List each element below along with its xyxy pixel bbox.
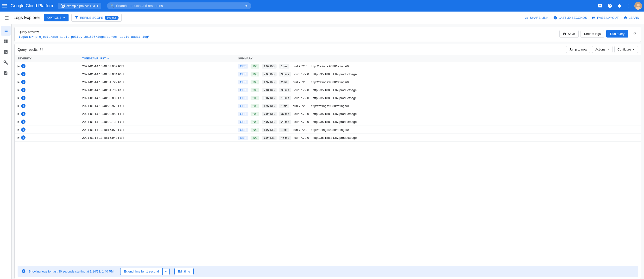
- table-row[interactable]: ▶ i 2021-01-14 13:40:29.952 PST GET 200 …: [15, 110, 641, 118]
- summary-cell: GET 200 1.97 KiB 1 ms curl 7.72.0 http:/…: [235, 126, 641, 134]
- actions-button[interactable]: Actions ▼: [592, 46, 612, 53]
- jump-to-now-button[interactable]: Jump to now: [566, 46, 590, 53]
- summary-cell: GET 200 7.04 KiB 35 ms curl 7.72.0 http:…: [235, 86, 641, 94]
- sidebar-toggle-button[interactable]: [2, 13, 12, 22]
- hamburger-menu-button[interactable]: [2, 3, 8, 9]
- svg-point-0: [62, 5, 64, 7]
- expand-row-icon[interactable]: ▶: [18, 120, 20, 124]
- save-label: Save: [568, 32, 575, 36]
- extend-time-button[interactable]: Extend time by: 1 second: [120, 268, 162, 275]
- summary-column-header[interactable]: SUMMARY: [235, 55, 641, 62]
- expand-row-icon[interactable]: ▶: [18, 96, 20, 100]
- sidebar-item-menu[interactable]: [1, 26, 10, 36]
- summary-cell: GET 200 1.97 KiB 1 ms curl 7.72.0 http:/…: [235, 102, 641, 110]
- query-preview-panel: Query preview logName="projects/asm-audi…: [14, 27, 641, 42]
- expand-row-icon[interactable]: ▶: [18, 80, 20, 84]
- expand-row-icon[interactable]: ▶: [18, 88, 20, 92]
- timestamp-cell: 2021-01-14 13:40:33.057 PST: [79, 62, 236, 70]
- summary-cell: GET 200 1.97 KiB 1 ms curl 7.72.0 http:/…: [235, 62, 641, 70]
- share-link-button[interactable]: SHARE LINK: [524, 14, 549, 21]
- expand-row-icon[interactable]: ▶: [18, 104, 20, 108]
- query-results-header: Query results Jump to now Actions ▼ Conf…: [15, 44, 641, 55]
- table-row[interactable]: ▶ i 2021-01-14 13:40:29.132 PST GET 200 …: [15, 118, 641, 126]
- table-row[interactable]: ▶ i 2021-01-14 13:40:30.832 PST GET 200 …: [15, 94, 641, 102]
- method-badge: GET: [238, 88, 248, 92]
- user-avatar[interactable]: [634, 2, 642, 10]
- timestamp-column-header[interactable]: TIMESTAMP PST ▼: [79, 55, 236, 62]
- table-row[interactable]: ▶ i 2021-01-14 13:40:33.057 PST GET 200 …: [15, 62, 641, 70]
- table-row[interactable]: ▶ i 2021-01-14 13:40:16.974 PST GET 200 …: [15, 126, 641, 134]
- table-row[interactable]: ▶ i 2021-01-14 13:40:31.727 PST GET 200 …: [15, 78, 641, 86]
- sidebar-item-dashboard[interactable]: [1, 36, 10, 46]
- project-icon: [60, 4, 65, 8]
- project-badge: Project: [104, 16, 118, 20]
- footer-info-icon: [22, 269, 26, 274]
- table-row[interactable]: ▶ i 2021-01-14 13:40:16.942 PST GET 200 …: [15, 134, 641, 142]
- severity-cell: ▶ i: [15, 126, 79, 134]
- last-30-seconds-button[interactable]: LAST 30 SECONDS: [552, 14, 588, 21]
- expand-row-icon[interactable]: ▶: [18, 72, 20, 76]
- info-severity-icon: i: [21, 80, 26, 84]
- info-severity-icon: i: [21, 96, 26, 100]
- time-badge: 35 ms: [279, 88, 291, 92]
- severity-cell: ▶ i: [15, 70, 79, 78]
- query-results-actions: Jump to now Actions ▼ Configure ▼: [566, 46, 638, 53]
- url-label: http://35.188.81.87/productpage: [312, 112, 357, 116]
- table-row[interactable]: ▶ i 2021-01-14 13:40:29.979 PST GET 200 …: [15, 102, 641, 110]
- refine-scope-button[interactable]: REFINE SCOPE Project: [72, 14, 122, 22]
- expand-query-icon[interactable]: [632, 30, 637, 36]
- search-bar[interactable]: 🔍 ▼: [107, 2, 251, 9]
- learn-button[interactable]: LEARN: [622, 14, 640, 21]
- method-badge: GET: [238, 80, 248, 84]
- url-label: http://35.188.81.87/productpage: [312, 72, 357, 76]
- severity-column-header[interactable]: SEVERITY: [15, 55, 79, 62]
- table-row[interactable]: ▶ i 2021-01-14 13:40:31.702 PST GET 200 …: [15, 86, 641, 94]
- sidebar-item-logs[interactable]: [1, 68, 10, 78]
- search-chevron-icon[interactable]: ▼: [245, 4, 248, 8]
- configure-chevron-icon: ▼: [632, 48, 635, 51]
- query-preview-code: logName="projects/asm-audit-policy-30150…: [18, 35, 556, 39]
- options-button[interactable]: OPTIONS ▼: [44, 14, 68, 22]
- configure-button[interactable]: Configure ▼: [614, 46, 638, 53]
- status-badge: 200: [250, 128, 259, 132]
- expand-row-icon[interactable]: ▶: [18, 128, 20, 131]
- extend-time-dropdown-button[interactable]: ▼: [162, 268, 170, 275]
- expand-row-icon[interactable]: ▶: [18, 64, 20, 68]
- status-badge: 200: [250, 72, 259, 76]
- sidebar-item-tools[interactable]: [1, 58, 10, 67]
- sidebar-item-metrics[interactable]: [1, 47, 10, 57]
- table-row[interactable]: ▶ i 2021-01-14 13:40:33.034 PST GET 200 …: [15, 70, 641, 78]
- expand-row-icon[interactable]: ▶: [18, 112, 20, 116]
- agent-label: curl 7.72.0: [294, 112, 309, 116]
- more-options-icon-button[interactable]: ⋮: [625, 2, 634, 10]
- method-badge: GET: [238, 112, 248, 116]
- stream-logs-button[interactable]: Stream logs: [580, 30, 604, 38]
- agent-label: curl 7.72.0: [294, 136, 309, 140]
- chevron-down-icon: ▼: [96, 4, 99, 7]
- help-icon-button[interactable]: [606, 2, 614, 10]
- notifications-icon-button[interactable]: [615, 2, 624, 10]
- info-severity-icon: i: [21, 72, 26, 76]
- status-badge: 200: [250, 80, 259, 84]
- time-badge: 18 ms: [279, 96, 291, 100]
- support-icon-button[interactable]: [596, 2, 604, 10]
- summary-cell: GET 200 7.05 KiB 37 ms curl 7.72.0 http:…: [235, 110, 641, 118]
- time-badge: 1 ms: [279, 104, 289, 108]
- info-severity-icon: i: [21, 64, 26, 68]
- severity-cell: ▶ i: [15, 102, 79, 110]
- edit-time-button[interactable]: Edit time: [174, 268, 194, 275]
- size-badge: 1.97 KiB: [262, 104, 276, 108]
- run-query-button[interactable]: Run query: [606, 30, 628, 38]
- severity-cell: ▶ i: [15, 110, 79, 118]
- status-badge: 200: [250, 64, 259, 68]
- search-input[interactable]: [116, 4, 243, 8]
- project-selector[interactable]: example-project-123 ▼: [58, 3, 101, 9]
- expand-row-icon[interactable]: ▶: [18, 136, 20, 139]
- page-layout-button[interactable]: PAGE LAYOUT: [591, 14, 620, 21]
- save-button[interactable]: Save: [559, 30, 578, 38]
- log-table: SEVERITY TIMESTAMP PST ▼ SUMMARY ▶ i: [15, 55, 641, 142]
- project-name: example-project-123: [66, 4, 95, 8]
- summary-cell: GET 200 1.97 KiB 2 ms curl 7.72.0 http:/…: [235, 78, 641, 86]
- fullscreen-icon[interactable]: [40, 47, 44, 52]
- left-sidebar: [0, 24, 12, 279]
